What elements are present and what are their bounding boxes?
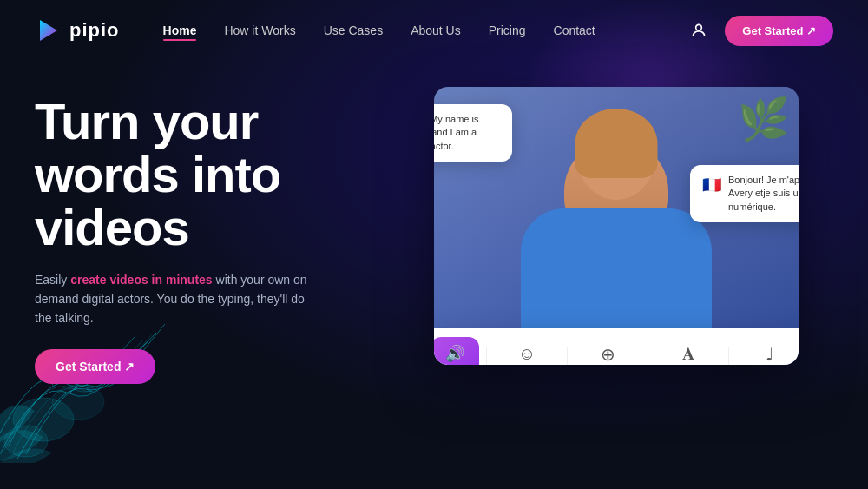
speech-bubble-english: 🇺🇸 Hello! My name is Avery, and I am a d… — [434, 104, 512, 162]
speech-fr-text: Bonjour! Je m'appelle Avery etje suis un… — [728, 174, 799, 214]
speech-en-text: Hello! My name is Avery, and I am a digi… — [434, 113, 500, 153]
audio-control[interactable]: ♩ AUDIO — [736, 344, 799, 366]
svg-point-10 — [696, 24, 702, 30]
navbar: pipio Home How it Works Use Cases About … — [0, 0, 868, 61]
plant-decoration: 🌿 — [738, 96, 790, 144]
hero-left: Turn your words into videos Easily creat… — [35, 78, 399, 384]
nav-links: Home How it Works Use Cases About Us Pri… — [163, 23, 691, 37]
hero-title: Turn your words into videos — [35, 96, 399, 254]
expression-icon: ☺ — [518, 344, 536, 364]
user-icon[interactable] — [690, 22, 707, 39]
logo[interactable]: pipio — [35, 17, 120, 44]
speech-control[interactable]: 🔊 SPEECH — [434, 337, 479, 365]
flag-fr: 🇫🇷 — [702, 175, 721, 196]
nav-use-cases[interactable]: Use Cases — [324, 23, 383, 37]
hero-title-line3: videos — [35, 199, 189, 255]
svg-marker-9 — [40, 20, 57, 41]
video-card: 🌿 🇺🇸 Hello! My name is Avery, and I am a… — [434, 87, 799, 365]
divider-2 — [567, 347, 568, 365]
divider-4 — [728, 347, 729, 365]
audio-icon: ♩ — [766, 344, 773, 365]
hero-subtitle-highlight: create videos in minutes — [70, 273, 212, 287]
hero-section: Turn your words into videos Easily creat… — [0, 61, 868, 489]
person-hair — [575, 109, 658, 178]
subtitles-icon: 𝐀 — [682, 344, 694, 364]
hero-right: 🌿 🇺🇸 Hello! My name is Avery, and I am a… — [399, 78, 833, 489]
nav-right: Get Started ↗ — [690, 16, 833, 46]
hero-title-line1: Turn your — [35, 93, 258, 149]
subtitles-control[interactable]: 𝐀 SUBTITLES — [655, 344, 721, 365]
nav-contact[interactable]: Contact — [554, 23, 595, 37]
hero-title-line2: words into — [35, 146, 280, 202]
nav-home[interactable]: Home — [163, 23, 197, 37]
hero-subtitle-plain: Easily — [35, 273, 70, 287]
nav-pricing[interactable]: Pricing — [489, 23, 526, 37]
brand-name: pipio — [69, 19, 120, 42]
speech-bubble-french: 🇫🇷 Bonjour! Je m'appelle Avery etje suis… — [690, 165, 799, 222]
nav-about-us[interactable]: About Us — [411, 23, 461, 37]
get-started-button-nav[interactable]: Get Started ↗ — [725, 16, 833, 46]
nav-how-it-works[interactable]: How it Works — [224, 23, 295, 37]
hero-get-started-button[interactable]: Get Started ↗ — [35, 349, 155, 384]
effects-control[interactable]: ⊕ EFFECTS — [575, 344, 641, 366]
hero-subtitle: Easily create videos in minutes with you… — [35, 270, 312, 328]
controls-bar: 🔊 SPEECH ☺ EXPRESSION ⊕ EFFECTS — [434, 328, 799, 365]
divider-1 — [486, 347, 487, 365]
speaker-icon: 🔊 — [445, 344, 464, 363]
effects-icon: ⊕ — [601, 344, 615, 365]
logo-icon — [35, 17, 62, 44]
divider-3 — [648, 347, 648, 365]
person-figure — [495, 104, 738, 365]
expression-control[interactable]: ☺ EXPRESSION — [494, 344, 560, 365]
